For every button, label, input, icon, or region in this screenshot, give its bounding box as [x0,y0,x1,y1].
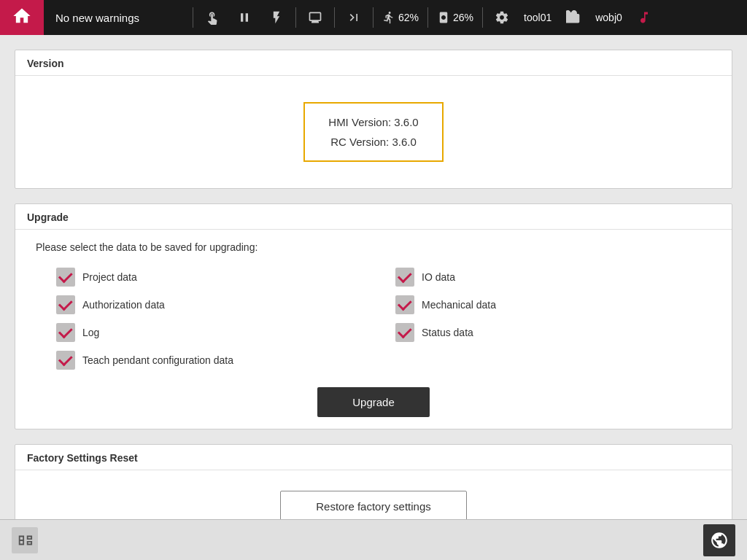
upgrade-section-title: Upgrade [15,204,732,230]
warning-text: No new warnings [44,12,190,24]
checkbox-log-label: Log [82,327,99,338]
checkbox-log[interactable]: Log [56,323,381,342]
version-section-title: Version [15,50,732,76]
checkbox-mechanical-data-label: Mechanical data [422,299,496,311]
factory-settings-title: Factory Settings Reset [15,445,732,470]
bottom-right [703,524,735,556]
settings-icon-btn[interactable] [486,0,518,35]
checkbox-teach-pendant[interactable]: Teach pendant configuration data [56,351,381,370]
upgrade-btn-row: Upgrade [27,387,720,417]
divider1 [193,7,193,28]
globe-icon-btn[interactable] [703,524,735,556]
checkbox-io-data[interactable]: IO data [395,268,720,287]
checkbox-status-data-label: Status data [422,327,473,338]
upgrade-prompt: Please select the data to be saved for u… [36,241,720,253]
forward-icon-btn[interactable] [338,0,370,35]
checkbox-authorization-data[interactable]: Authorization data [56,295,381,314]
upgrade-section-body: Please select the data to be saved for u… [15,230,732,429]
divider2 [295,7,296,28]
checkbox-teach-pendant-label: Teach pendant configuration data [82,354,233,366]
wobj-label: wobj0 [589,12,628,23]
bottombar [0,519,747,560]
home-button[interactable] [0,0,44,35]
checkbox-io-data-box[interactable] [395,268,414,287]
checkboxes-grid: Project data IO data Authorization data … [56,268,720,370]
divider6 [482,7,483,28]
checkbox-teach-pendant-box[interactable] [56,351,75,370]
hmi-version-text: HMI Version: 3.6.0 [328,112,418,132]
stat-run: 62% [376,11,425,24]
version-box-wrapper: HMI Version: 3.6.0 RC Version: 3.6.0 [27,88,720,176]
checkbox-mechanical-data[interactable]: Mechanical data [395,295,720,314]
checkbox-project-data-box[interactable] [56,268,75,287]
checkbox-authorization-data-box[interactable] [56,295,75,314]
checkbox-project-data[interactable]: Project data [56,268,381,287]
version-section: Version HMI Version: 3.6.0 RC Version: 3… [15,50,732,189]
factory-settings-section: Factory Settings Reset Restore factory s… [15,444,732,519]
divider4 [373,7,374,28]
checkbox-authorization-data-label: Authorization data [82,299,165,311]
main-content: Version HMI Version: 3.6.0 RC Version: 3… [0,35,747,519]
checkbox-status-data-box[interactable] [395,323,414,342]
screen-icon-btn[interactable] [299,0,331,35]
checkbox-mechanical-data-box[interactable] [395,295,414,314]
checkbox-project-data-label: Project data [82,271,137,283]
home-icon [12,6,32,29]
checkbox-io-data-label: IO data [422,271,455,283]
topbar: No new warnings 62% 26% tool01 wobj0 [0,0,747,35]
tool-label: tool01 [518,12,557,23]
divider3 [334,7,335,28]
music-icon-btn[interactable] [628,0,660,35]
hand-icon-btn[interactable] [196,0,228,35]
flash-icon-btn[interactable] [260,0,293,35]
bottom-layout-icon[interactable] [12,527,38,553]
pause-icon-btn[interactable] [228,0,260,35]
factory-settings-body: Restore factory settings [15,470,732,519]
restore-factory-button[interactable]: Restore factory settings [280,491,467,519]
version-section-body: HMI Version: 3.6.0 RC Version: 3.6.0 [15,76,732,188]
rc-version-text: RC Version: 3.6.0 [330,132,417,152]
divider5 [427,7,428,28]
upgrade-section: Upgrade Please select the data to be sav… [15,203,732,429]
tool-icon-btn[interactable] [557,0,589,35]
stat-cpu: 26% [431,11,479,24]
version-box: HMI Version: 3.6.0 RC Version: 3.6.0 [303,102,443,162]
checkbox-status-data[interactable]: Status data [395,323,720,342]
bottom-left [12,527,38,553]
factory-btn-row: Restore factory settings [27,482,720,519]
upgrade-button[interactable]: Upgrade [317,387,430,417]
checkbox-log-box[interactable] [56,323,75,342]
